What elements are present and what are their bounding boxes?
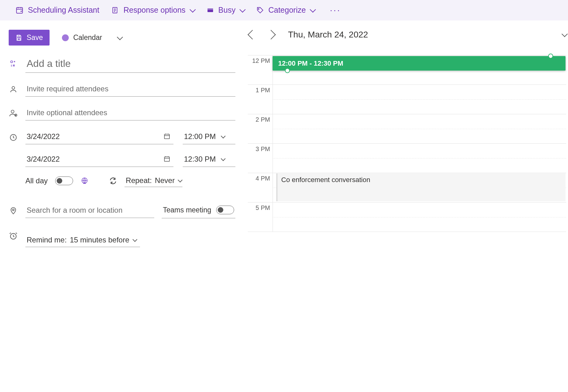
scheduling-assistant-label: Scheduling Assistant [28, 6, 99, 15]
save-button-label: Save [27, 33, 43, 42]
svg-point-8 [12, 86, 15, 89]
teams-meeting-label: Teams meeting [163, 206, 211, 214]
svg-point-7 [11, 61, 13, 63]
reminder-label: Remind me: [27, 236, 67, 244]
teams-meeting-toggle[interactable] [216, 206, 234, 214]
repeat-value: Never [155, 176, 175, 185]
prev-day-button[interactable] [248, 30, 257, 39]
svg-rect-3 [208, 8, 213, 10]
end-time-picker[interactable]: 12:30 PM [183, 152, 235, 167]
all-day-toggle[interactable] [55, 176, 73, 185]
clock-icon [9, 133, 18, 142]
svg-point-9 [11, 110, 14, 113]
start-time-value: 12:00 PM [184, 132, 216, 141]
chevron-down-icon [240, 6, 246, 12]
new-event-block[interactable]: 12:00 PM - 12:30 PM [273, 56, 566, 71]
timezone-icon[interactable] [81, 177, 89, 185]
reminder-picker[interactable]: Remind me: 15 minutes before [25, 233, 140, 247]
new-event-time-label: 12:00 PM - 12:30 PM [278, 59, 343, 68]
chevron-down-icon [221, 156, 226, 161]
svg-point-4 [258, 8, 259, 9]
reminder-icon [9, 231, 18, 241]
hour-label: 3 PM [248, 144, 273, 173]
day-timeline[interactable]: 12:00 PM - 12:30 PM Co enforcement conve… [248, 55, 566, 232]
busy-icon [207, 7, 214, 14]
calendar-picker[interactable]: Calendar [62, 33, 121, 42]
calendar-name-label: Calendar [73, 33, 102, 42]
person-icon [9, 85, 18, 94]
svg-point-15 [12, 209, 14, 211]
next-day-button[interactable] [266, 30, 276, 39]
hour-row[interactable]: 5 PM [248, 203, 566, 232]
calendar-icon[interactable] [164, 133, 170, 139]
calendar-assistant-icon [15, 6, 24, 14]
title-input[interactable] [25, 55, 235, 73]
end-time-value: 12:30 PM [184, 155, 216, 163]
more-actions-button[interactable]: ··· [330, 5, 341, 15]
hour-label: 5 PM [248, 203, 273, 232]
end-date-input[interactable] [25, 152, 173, 167]
refresh-icon[interactable] [109, 177, 117, 185]
hour-label: 4 PM [248, 173, 273, 202]
chevron-down-icon [132, 237, 137, 242]
save-icon [15, 34, 22, 41]
svg-rect-13 [164, 157, 170, 161]
existing-event-title: Co enforcement conversation [281, 176, 370, 184]
chevron-down-icon[interactable] [561, 31, 568, 37]
emoji-icon[interactable] [9, 59, 18, 68]
chevron-down-icon [190, 6, 196, 12]
busy-status-button[interactable]: Busy [207, 6, 244, 15]
svg-rect-6 [18, 38, 20, 40]
existing-event-block[interactable]: Co enforcement conversation [276, 173, 566, 201]
save-button[interactable]: Save [9, 30, 50, 46]
response-options-label: Response options [124, 6, 186, 15]
location-input[interactable] [25, 203, 154, 218]
busy-label: Busy [218, 6, 236, 15]
response-options-button[interactable]: Response options [112, 6, 194, 15]
calendar-icon[interactable] [164, 155, 170, 162]
reminder-value: 15 minutes before [70, 236, 129, 244]
optional-attendees-input[interactable] [25, 105, 235, 120]
hour-row[interactable]: 2 PM [248, 114, 566, 144]
chevron-down-icon [310, 6, 316, 12]
svg-rect-5 [18, 35, 20, 37]
start-date-input[interactable] [25, 129, 173, 144]
chevron-down-icon [117, 34, 123, 40]
svg-rect-0 [16, 7, 23, 13]
calendar-color-dot [62, 34, 69, 41]
categorize-label: Categorize [268, 6, 306, 15]
repeat-label: Repeat: [126, 176, 152, 185]
event-resize-handle-bottom[interactable] [285, 68, 290, 73]
hour-label: 1 PM [248, 85, 273, 114]
command-toolbar: Scheduling Assistant Response options Bu… [0, 0, 568, 20]
scheduling-assistant-button[interactable]: Scheduling Assistant [15, 6, 99, 15]
all-day-label: All day [25, 176, 48, 185]
day-date-label: Thu, March 24, 2022 [288, 30, 553, 40]
hour-row[interactable]: 1 PM [248, 85, 566, 114]
svg-rect-12 [164, 134, 170, 139]
categorize-button[interactable]: Categorize [256, 6, 314, 15]
person-optional-icon [9, 108, 18, 118]
chevron-down-icon [178, 177, 183, 182]
chevron-down-icon [221, 133, 226, 138]
hour-label: 2 PM [248, 114, 273, 143]
tag-icon [256, 7, 264, 14]
location-icon [9, 206, 18, 215]
response-options-icon [112, 7, 119, 14]
event-resize-handle-top[interactable] [548, 54, 553, 59]
hour-label: 12 PM [248, 55, 273, 85]
hour-row[interactable]: 3 PM [248, 144, 566, 173]
repeat-picker[interactable]: Repeat: Never [125, 174, 182, 187]
start-time-picker[interactable]: 12:00 PM [183, 129, 235, 144]
required-attendees-input[interactable] [25, 81, 235, 97]
event-form: Save Calendar [0, 30, 235, 256]
day-preview-pane: Thu, March 24, 2022 12:00 PM - 12:30 PM … [235, 30, 568, 256]
